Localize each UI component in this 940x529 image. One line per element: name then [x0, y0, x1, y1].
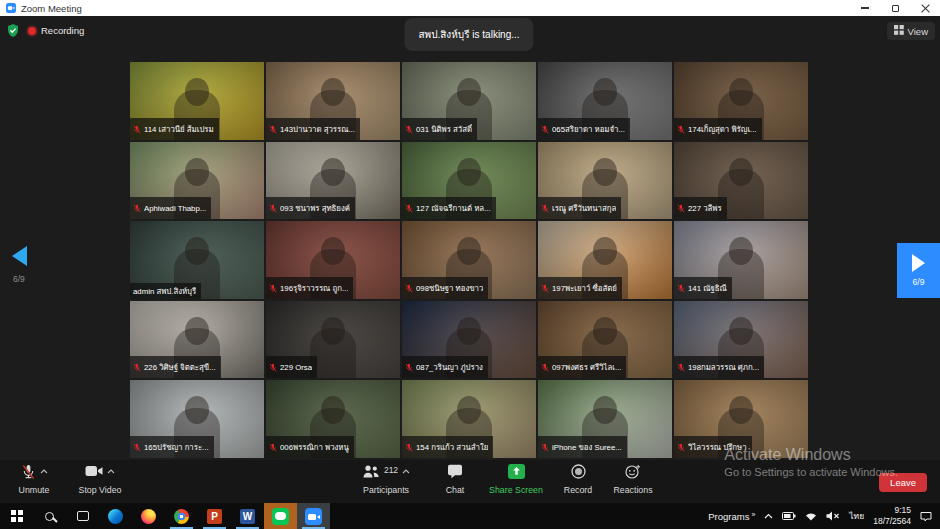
participant-name: 065สริยาดา หอมจำ... [552, 123, 625, 135]
participant-silhouette [321, 396, 345, 424]
chat-button[interactable]: Chat [432, 464, 478, 495]
participant-tile[interactable]: 143ปานวาด สุวรรณ... [266, 62, 400, 140]
reactions-button[interactable]: Reactions [604, 464, 662, 495]
taskbar-powerpoint-icon[interactable]: P [198, 503, 231, 529]
leave-button[interactable]: Leave [879, 473, 927, 492]
participant-tile[interactable]: 226 วิศิษฐ์ จิตตะสุขี... [130, 301, 264, 379]
close-button[interactable] [910, 0, 940, 16]
participant-name: 197พะเยาว์ ซื่อสัตย์ [552, 282, 617, 294]
taskbar-search-icon[interactable] [33, 503, 66, 529]
participant-name: 097พงศธร ศรีวิไลเ... [552, 361, 621, 373]
video-options-chevron[interactable] [107, 466, 115, 476]
participant-tile[interactable]: 196รุจิราวรรณ ถูก... [266, 221, 400, 299]
participant-tile[interactable]: iPhone ของ Suree... [538, 380, 672, 458]
muted-mic-icon [405, 438, 413, 456]
taskbar-word-icon[interactable]: W [231, 503, 264, 529]
participant-silhouette [729, 317, 753, 345]
share-screen-button[interactable]: Share Screen [482, 464, 550, 495]
record-icon [571, 464, 586, 481]
participant-tile[interactable]: admin สพป.สิงห์บุรี [130, 221, 264, 299]
participant-silhouette [593, 396, 617, 424]
taskbar-taskview-icon[interactable] [66, 503, 99, 529]
taskbar-chrome-icon[interactable] [165, 503, 198, 529]
recording-indicator[interactable]: Recording [28, 25, 84, 36]
share-screen-label: Share Screen [489, 485, 543, 495]
stop-video-label: Stop Video [79, 485, 122, 495]
view-button[interactable]: View [887, 22, 935, 40]
taskbar-start-icon[interactable] [0, 503, 33, 529]
taskbar-line-icon[interactable] [264, 503, 297, 529]
participant-tile[interactable]: 097พงศธร ศรีวิไลเ... [538, 301, 672, 379]
muted-mic-icon [405, 358, 413, 376]
muted-mic-icon [405, 120, 413, 138]
participants-options-chevron[interactable] [402, 466, 410, 476]
participant-tile[interactable]: วิไลวรรณ ปรึกษา [674, 380, 808, 458]
participant-silhouette [593, 317, 617, 345]
wifi-icon[interactable] [805, 511, 817, 521]
participant-name: 229 Orsa [280, 363, 312, 372]
participant-silhouette [729, 78, 753, 106]
participant-tile[interactable]: 127 ณัจฉรีกานต์ หล... [402, 142, 536, 220]
minimize-button[interactable] [850, 0, 880, 16]
hidden-icons-chevron[interactable] [764, 513, 773, 519]
participants-icon [362, 464, 380, 481]
share-screen-icon [508, 464, 525, 481]
participant-nameplate: 031 นิติพร สวัสดิ์ [402, 118, 477, 140]
volume-muted-icon[interactable] [826, 511, 840, 521]
participant-name: 226 วิศิษฐ์ จิตตะสุขี... [144, 361, 216, 373]
participant-tile[interactable]: 141 ณัฐธิณี [674, 221, 808, 299]
window-title: Zoom Meeting [21, 3, 82, 14]
participant-name: admin สพป.สิงห์บุรี [133, 285, 196, 297]
unmute-label: Unmute [19, 485, 50, 495]
participants-button[interactable]: 212 Participants [352, 464, 420, 495]
participant-tile[interactable]: Aphiwadi Thabp... [130, 142, 264, 220]
page-indicator-left: 6/9 [13, 274, 25, 284]
participant-tile[interactable]: 174เก็ญสุดา พิรัญเ... [674, 62, 808, 140]
participant-nameplate: 174เก็ญสุดา พิรัญเ... [674, 118, 762, 140]
stop-video-button[interactable]: Stop Video [64, 464, 136, 495]
participant-name: 127 ณัจฉรีกานต์ หล... [416, 202, 491, 214]
previous-page-arrow[interactable] [12, 246, 27, 266]
participant-tile[interactable]: 227 วลีพร [674, 142, 808, 220]
participant-tile[interactable]: 229 Orsa [266, 301, 400, 379]
participant-tile[interactable]: 031 นิติพร สวัสดิ์ [402, 62, 536, 140]
participant-tile[interactable]: 087_วรินญา ภู่ปราง [402, 301, 536, 379]
participant-tile[interactable]: 154 กรแก้ว สวนลำใย [402, 380, 536, 458]
taskbar-zoom-icon[interactable] [297, 503, 330, 529]
muted-mic-icon [133, 438, 141, 456]
record-button[interactable]: Record [552, 464, 604, 495]
taskbar-clock[interactable]: 9:15 18/7/2564 [873, 505, 911, 526]
windows-taskbar: P W Programs » ไทย 9:15 18/7/256 [0, 503, 940, 529]
camera-icon [85, 464, 103, 480]
unmute-options-chevron[interactable] [40, 466, 48, 476]
participant-silhouette [729, 237, 753, 265]
clock-date: 18/7/2564 [873, 516, 911, 527]
participant-nameplate: 098ชนิษฐา ทองขาว [402, 277, 488, 299]
participant-tile[interactable]: 098ชนิษฐา ทองขาว [402, 221, 536, 299]
participant-tile[interactable]: 198กมลวรรณ ศุภก... [674, 301, 808, 379]
next-page-arrow[interactable]: 6/9 [897, 243, 940, 298]
participant-nameplate: เรณู ศรีวันทนาสกุล [538, 197, 621, 219]
participant-silhouette [593, 158, 617, 186]
participant-tile[interactable]: 065สริยาดา หอมจำ... [538, 62, 672, 140]
participant-tile[interactable]: 197พะเยาว์ ซื่อสัตย์ [538, 221, 672, 299]
restore-button[interactable] [880, 0, 910, 16]
programs-more-chevron[interactable]: » [751, 511, 755, 518]
battery-icon[interactable] [782, 512, 796, 520]
participant-tile[interactable]: 006พรรณิกา พวงหนู [266, 380, 400, 458]
muted-mic-icon [541, 199, 549, 217]
unmute-button[interactable]: Unmute [6, 464, 62, 495]
action-center-icon[interactable] [920, 511, 932, 522]
zoom-meeting-window: Zoom Meeting Recording สพป.สิงห์บุรี is … [0, 0, 940, 529]
programs-toolbar[interactable]: Programs » [708, 511, 755, 522]
taskbar-edge-icon[interactable] [99, 503, 132, 529]
talking-toast: สพป.สิงห์บุรี is talking... [404, 18, 533, 51]
participant-silhouette [185, 237, 209, 265]
participant-tile[interactable]: 114 เสาวนีย์ ส้มเปรม [130, 62, 264, 140]
participant-silhouette [457, 317, 481, 345]
language-indicator[interactable]: ไทย [849, 509, 864, 523]
taskbar-firefox-icon[interactable] [132, 503, 165, 529]
participant-tile[interactable]: 093 ชนาพร สุทธิยงค์ [266, 142, 400, 220]
participant-tile[interactable]: 165ปรัชญา การะ... [130, 380, 264, 458]
participant-tile[interactable]: เรณู ศรีวันทนาสกุล [538, 142, 672, 220]
